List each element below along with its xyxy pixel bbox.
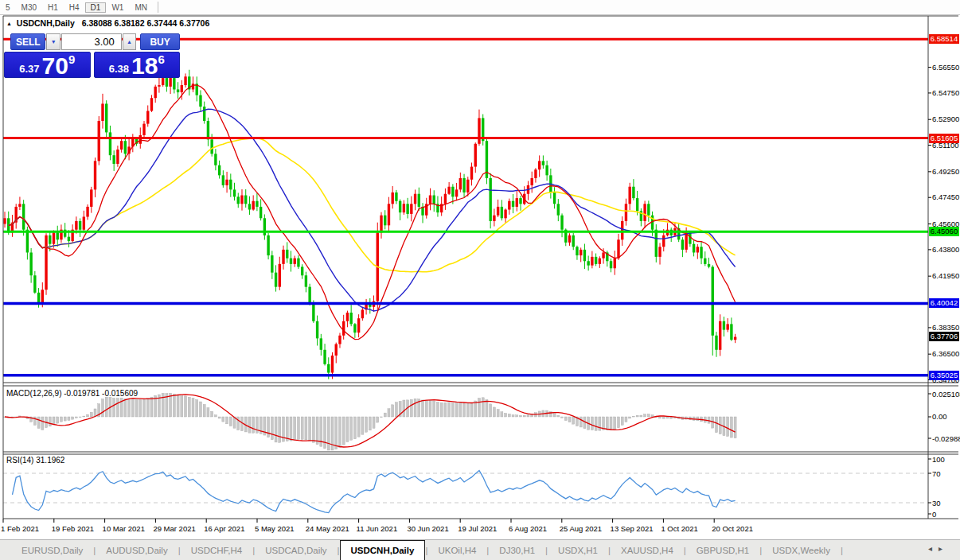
macd-histogram-bar [131,399,134,417]
macd-histogram-bar [455,403,458,417]
candle [462,178,465,192]
macd-histogram-bar [501,412,503,417]
candle [451,187,454,197]
candle [267,235,269,255]
candle [68,237,70,241]
macd-histogram-bar [474,401,477,417]
date-axis-label: 16 Apr 2021 [204,524,244,533]
macd-histogram-bar [60,417,62,422]
candle [22,204,25,229]
candle [658,247,661,257]
candle [357,318,360,332]
candle [45,235,47,290]
candle [489,178,491,221]
candle [478,118,480,143]
macd-histogram-bar [275,417,277,442]
buy-price-box[interactable]: 6.38 18 6 [94,52,181,78]
candle [158,85,160,87]
tab-scroll-arrows[interactable]: ◂▸ [928,544,949,553]
buy-price-big: 18 [131,54,158,77]
macd-histogram-bar [610,417,612,430]
macd-histogram-bar [207,408,209,417]
chart-tab-gbpusd-h1[interactable]: GBPUSD,H1 [686,540,759,560]
chart-tab-usdcnh-daily[interactable]: USDCNH,Daily [340,540,426,560]
macd-histogram-bar [572,417,575,424]
candle [18,204,21,207]
collapse-arrow-icon[interactable]: ▲ [6,21,12,26]
macd-histogram-bar [436,402,439,417]
macd-histogram-bar [505,414,507,417]
candle [294,259,296,264]
candle [599,259,601,264]
chart-tab-xauusd-h4[interactable]: XAUUSD,H4 [611,540,684,560]
macd-histogram-bar [621,417,623,425]
candle [286,250,288,259]
rsi-axis-label: 70 [932,469,941,478]
macd-histogram-bar [286,417,288,441]
tab-scroll-right-icon[interactable]: ▸ [939,544,949,553]
macd-histogram-bar [520,415,522,417]
candle [361,309,364,318]
tab-scroll-left-icon[interactable]: ◂ [928,544,939,553]
volume-increase-button[interactable]: ▲ [123,33,136,50]
macd-histogram-bar [72,417,74,419]
macd-histogram-bar [632,416,634,417]
volume-decrease-button[interactable]: ▼ [46,33,60,50]
candle [282,250,284,264]
sell-price-box[interactable]: 6.37 70 9 [4,52,91,78]
macd-histogram-bar [237,417,240,430]
chart-tab-ukoil-h4[interactable]: UKOil,H4 [427,540,486,560]
candle [279,264,281,287]
macd-histogram-bar [636,415,638,417]
macd-histogram-bar [392,405,394,417]
macd-histogram-bar [440,402,443,417]
chart-tab-usdchf-h4[interactable]: USDCHF,H4 [181,540,253,560]
sell-price-big: 70 [42,54,68,77]
sell-button[interactable]: SELL [10,33,45,50]
macd-histogram-bar [369,417,371,430]
macd-histogram-bar [185,396,187,417]
sell-price-pip: 9 [68,52,75,66]
chart-tab-usdcad-daily[interactable]: USDCAD,Daily [255,540,337,560]
candle [139,135,142,144]
chart-tab-dj30-h1[interactable]: DJ30,H1 [489,540,545,560]
candle [210,139,213,154]
chart-tab-usdx-h1[interactable]: USDX,H1 [548,540,608,560]
macd-axis-label: -0.02988 [932,434,960,443]
date-axis-label: 10 Mar 2021 [103,524,145,533]
chart-tab-eurusd-daily[interactable]: EURUSD,Daily [11,540,93,560]
candle [240,196,243,204]
macd-histogram-bar [557,415,560,417]
candle [203,107,205,121]
macd-histogram-bar [564,417,567,421]
candle [497,207,499,216]
candle [112,155,115,164]
candle [312,304,314,321]
volume-input[interactable] [61,33,122,50]
macd-histogram-bar [64,417,66,421]
candle [466,180,469,192]
candle [531,178,533,185]
candle [614,259,616,269]
candle [557,204,560,215]
candle [459,178,462,189]
candle [79,221,81,230]
chart-tab-usdx-weekly[interactable]: USDX,Weekly [762,540,841,560]
buy-button[interactable]: BUY [140,33,180,50]
candle [207,121,209,139]
candle [715,336,717,350]
terminal-window: 5M30H1H4D1W1MN ▲ USDCNH,Daily 6.38088 6.… [0,0,960,560]
candle [109,132,111,155]
macd-histogram-bar [271,417,273,440]
macd-histogram-bar [199,402,201,417]
macd-histogram-bar [146,399,149,417]
macd-histogram-bar [124,399,127,417]
candle [708,264,710,267]
macd-histogram-bar [309,417,311,441]
chart-tab-audusd-daily[interactable]: AUDUSD,Daily [96,540,178,560]
macd-histogram-bar [324,417,326,449]
macd-histogram-bar [617,417,619,428]
macd-histogram-bar [466,403,469,417]
candle [26,230,29,253]
macd-label: MACD(12,26,9) -0.019781 -0.015609 [6,389,138,398]
